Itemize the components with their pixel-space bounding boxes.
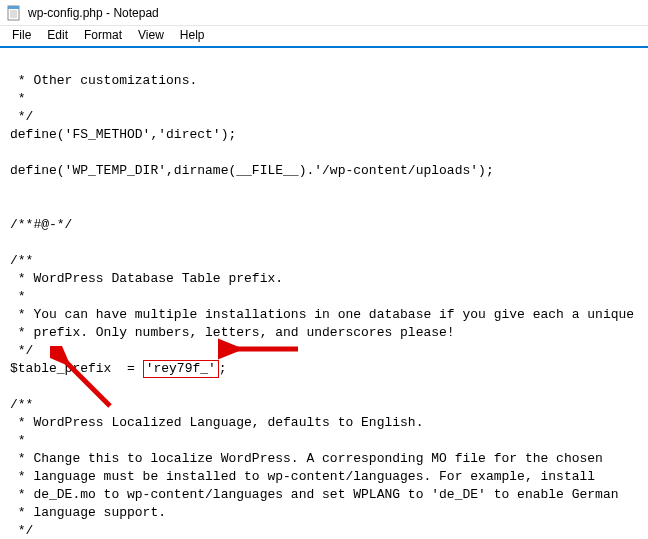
code-line: * [10,289,26,304]
svg-rect-1 [8,6,19,9]
menu-file[interactable]: File [4,28,39,44]
code-line: * WordPress Localized Language, defaults… [10,415,423,430]
code-line: */ [10,343,33,358]
highlighted-prefix-value: 'rey79f_' [143,360,219,378]
menu-view[interactable]: View [130,28,172,44]
code-line: * de_DE.mo to wp-content/languages and s… [10,487,619,502]
annotation-arrow-right [218,337,308,367]
titlebar: wp-config.php - Notepad [0,0,648,26]
editor-content[interactable]: * Other customizations. * */ define('FS_… [0,48,648,539]
code-line: * [10,433,26,448]
code-line-tail: ; [219,361,227,376]
code-line: /** [10,397,33,412]
window-title: wp-config.php - Notepad [28,6,159,20]
code-line: * [10,91,26,106]
code-line: /** [10,253,33,268]
code-line: define('WP_TEMP_DIR',dirname(__FILE__).'… [10,163,494,178]
annotation-arrow-left [50,346,130,416]
code-line: /**#@-*/ [10,217,72,232]
code-line: * language must be installed to wp-conte… [10,469,595,484]
code-line: * language support. [10,505,166,520]
menubar: File Edit Format View Help [0,26,648,48]
menu-edit[interactable]: Edit [39,28,76,44]
code-line: $table_prefix = 'rey79f_'; [10,361,227,376]
code-line: * Change this to localize WordPress. A c… [10,451,603,466]
code-line: */ [10,523,33,538]
notepad-icon [6,5,22,21]
code-line: * Other customizations. [10,73,197,88]
menu-format[interactable]: Format [76,28,130,44]
code-line: * WordPress Database Table prefix. [10,271,283,286]
menu-help[interactable]: Help [172,28,213,44]
code-line: * prefix. Only numbers, letters, and und… [10,325,455,340]
code-line: */ [10,109,33,124]
table-prefix-var: $table_prefix = [10,361,143,376]
code-line: * You can have multiple installations in… [10,307,634,322]
code-line: define('FS_METHOD','direct'); [10,127,236,142]
